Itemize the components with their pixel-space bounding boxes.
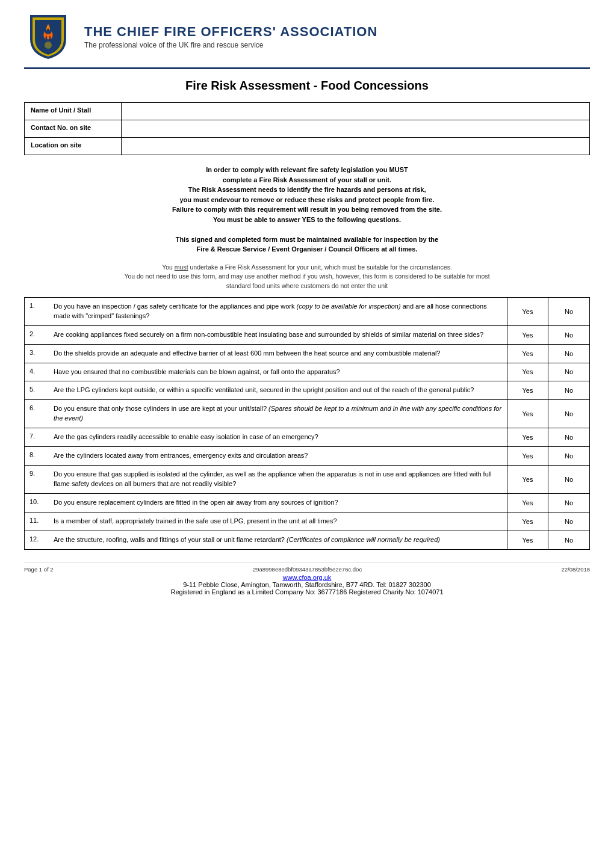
subtext-line2: You do not need to use this form, and ma… — [124, 272, 489, 280]
yes-label: Yes — [523, 537, 533, 544]
yes-label: Yes — [523, 499, 533, 506]
footer-bottom: www.cfoa.org.uk 9-11 Pebble Close, Aming… — [24, 574, 590, 596]
question-row: 9.Do you ensure that gas supplied is iso… — [25, 466, 589, 494]
no-label: No — [565, 410, 573, 417]
question-number: 6. — [25, 400, 49, 428]
question-text: Are the cylinders located away from entr… — [49, 447, 507, 465]
yes-no-box: YesNo — [507, 531, 589, 549]
intro-subtext-block: You must undertake a Fire Risk Assessmen… — [24, 263, 590, 291]
question-row: 6.Do you ensure that only those cylinder… — [25, 400, 589, 428]
no-option[interactable]: No — [548, 345, 589, 363]
yes-option[interactable]: Yes — [507, 466, 548, 493]
yes-label: Yes — [523, 476, 533, 483]
footer-registration: Registered in England as a Limited Compa… — [170, 588, 443, 596]
yes-no-box: YesNo — [507, 298, 589, 325]
question-row: 7.Are the gas cylinders readily accessib… — [25, 428, 589, 447]
intro-bold-paragraph: In order to comply with relevant fire sa… — [24, 165, 590, 224]
questions-table: 1.Do you have an inspection / gas safety… — [24, 297, 590, 550]
contact-label: Contact No. on site — [25, 120, 121, 137]
location-label: Location on site — [25, 138, 121, 155]
location-row: Location on site — [25, 138, 589, 155]
no-label: No — [565, 499, 573, 506]
yes-no-box: YesNo — [507, 345, 589, 363]
no-label: No — [565, 387, 573, 394]
yes-no-box: YesNo — [507, 326, 589, 344]
yes-label: Yes — [523, 518, 533, 525]
question-number: 2. — [25, 326, 49, 344]
unit-info-form: Name of Unit / Stall Contact No. on site… — [24, 102, 590, 155]
question-number: 1. — [25, 298, 49, 325]
yes-no-box: YesNo — [507, 363, 589, 381]
question-row: 10.Do you ensure replacement cylinders a… — [25, 494, 589, 512]
question-number: 4. — [25, 363, 49, 381]
contact-row: Contact No. on site — [25, 120, 589, 138]
yes-option[interactable]: Yes — [507, 345, 548, 363]
no-option[interactable]: No — [548, 512, 589, 531]
no-option[interactable]: No — [548, 531, 589, 549]
yes-option[interactable]: Yes — [507, 531, 548, 549]
question-number: 3. — [25, 345, 49, 363]
no-option[interactable]: No — [548, 298, 589, 325]
yes-label: Yes — [523, 387, 533, 394]
question-number: 9. — [25, 466, 49, 493]
logo-area — [24, 12, 78, 61]
yes-label: Yes — [523, 331, 533, 339]
yes-option[interactable]: Yes — [507, 400, 548, 428]
name-row: Name of Unit / Stall — [25, 103, 589, 120]
no-label: No — [565, 350, 573, 357]
question-text: Do you have an inspection / gas safety c… — [49, 298, 507, 325]
no-option[interactable]: No — [548, 363, 589, 381]
intro-bold-italic-paragraph: This signed and completed form must be m… — [24, 235, 590, 254]
footer-page: Page 1 of 2 — [24, 566, 54, 573]
no-option[interactable]: No — [548, 494, 589, 512]
question-number: 11. — [25, 512, 49, 531]
svg-point-0 — [45, 42, 52, 49]
yes-option[interactable]: Yes — [507, 298, 548, 325]
contact-input[interactable] — [121, 120, 589, 137]
question-text: Are the structure, roofing, walls and fi… — [49, 531, 507, 549]
no-label: No — [565, 368, 573, 375]
question-number: 7. — [25, 428, 49, 446]
cfoa-logo-icon — [24, 12, 72, 60]
location-input[interactable] — [121, 138, 589, 155]
subtext-line3: standard food units where customers do n… — [226, 282, 388, 289]
question-text: Do you ensure that only those cylinders … — [49, 400, 507, 428]
no-label: No — [565, 537, 573, 544]
yes-option[interactable]: Yes — [507, 447, 548, 465]
no-label: No — [565, 476, 573, 483]
yes-option[interactable]: Yes — [507, 494, 548, 512]
yes-no-box: YesNo — [507, 466, 589, 493]
yes-option[interactable]: Yes — [507, 512, 548, 531]
org-tagline: The professional voice of the UK fire an… — [84, 41, 377, 49]
no-label: No — [565, 518, 573, 525]
no-option[interactable]: No — [548, 381, 589, 399]
yes-no-box: YesNo — [507, 400, 589, 428]
question-row: 12.Are the structure, roofing, walls and… — [25, 531, 589, 550]
intro-text-block: In order to comply with relevant fire sa… — [24, 165, 590, 254]
question-number: 10. — [25, 494, 49, 512]
yes-label: Yes — [523, 368, 533, 375]
page-header: THE CHIEF FIRE OFFICERS' ASSOCIATION The… — [24, 12, 590, 69]
yes-label: Yes — [523, 434, 533, 441]
question-row: 8.Are the cylinders located away from en… — [25, 447, 589, 466]
question-text: Is a member of staff, appropriately trai… — [49, 512, 507, 531]
no-option[interactable]: No — [548, 428, 589, 446]
yes-option[interactable]: Yes — [507, 428, 548, 446]
question-number: 12. — [25, 531, 49, 549]
no-label: No — [565, 452, 573, 460]
no-label: No — [565, 308, 573, 315]
footer-website[interactable]: www.cfoa.org.uk — [283, 574, 332, 581]
no-option[interactable]: No — [548, 466, 589, 493]
no-label: No — [565, 434, 573, 441]
no-option[interactable]: No — [548, 447, 589, 465]
org-name: THE CHIEF FIRE OFFICERS' ASSOCIATION — [84, 24, 377, 40]
no-option[interactable]: No — [548, 400, 589, 428]
yes-option[interactable]: Yes — [507, 363, 548, 381]
yes-option[interactable]: Yes — [507, 381, 548, 399]
question-row: 5.Are the LPG cylinders kept outside, or… — [25, 381, 589, 400]
yes-option[interactable]: Yes — [507, 326, 548, 344]
yes-no-box: YesNo — [507, 381, 589, 399]
no-option[interactable]: No — [548, 326, 589, 344]
subtext-line1: You must undertake a Fire Risk Assessmen… — [162, 263, 452, 271]
name-input[interactable] — [121, 103, 589, 120]
